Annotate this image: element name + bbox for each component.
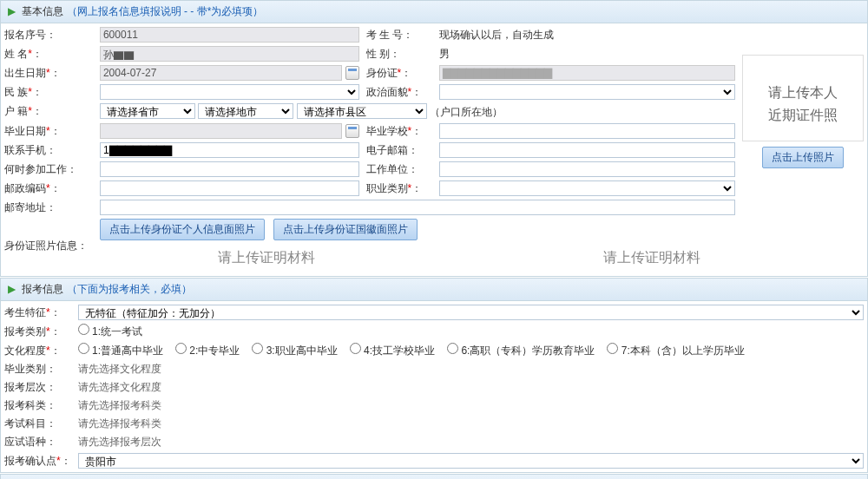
radio-whcd-1[interactable]: 1:普通高中毕业	[78, 344, 163, 357]
arrow-icon: ▶	[8, 283, 16, 295]
val-bmxh: 600011	[100, 27, 359, 43]
label-hscjgz: 何时参加工作：	[1, 160, 96, 179]
val-sfz: ▇▇▇▇▇▇▇▇▇▇▇▇▇▇	[439, 65, 735, 81]
arrow-icon: ▶	[8, 5, 16, 17]
label-yzbm: 邮政编码	[4, 182, 46, 194]
label-xm: 姓 名	[4, 48, 28, 60]
val-csrq: 2004-07-27	[100, 65, 342, 81]
exam-note: （下面为报考相关，必填）	[67, 283, 192, 295]
label-gzdw: 工作单位：	[363, 160, 437, 179]
hkszd-note: （户口所在地）	[430, 106, 503, 118]
radio-whcd-3[interactable]: 3:职业高中毕业	[252, 344, 337, 357]
photo-upload-area: 请上传本人 近期证件照	[742, 55, 864, 141]
basic-body: 报名序号： 600011 考 生 号： 现场确认以后，自动生成 请上传本人 近期…	[1, 23, 867, 276]
select-bkqrd[interactable]: 贵阳市	[78, 453, 864, 469]
exam-form: 考生特征*： 无特征（特征加分：无加分） 报考类别*： 1:统一考试 文化程度*…	[1, 303, 867, 470]
input-hscjgz[interactable]	[100, 161, 359, 177]
radio-whcd-5[interactable]: 6:高职（专科）学历教育毕业	[447, 344, 595, 357]
intent-header: ▶ 意向志愿 （考生可以直接输入符合条件的专业代码，也可点击"查询"按钮来选择专…	[1, 475, 867, 479]
input-byrq[interactable]	[100, 123, 343, 139]
intent-panel: ▶ 意向志愿 （考生可以直接输入符合条件的专业代码，也可点击"查询"按钮来选择专…	[0, 474, 868, 479]
label-byrq: 毕业日期	[4, 125, 46, 137]
label-bkkl: 报考科类：	[1, 397, 75, 415]
photo-hint-1: 请上传本人	[743, 82, 863, 104]
select-city[interactable]: 请选择地市	[198, 103, 293, 119]
input-yjdz[interactable]	[100, 200, 735, 215]
upload-id-front-button[interactable]: 点击上传身份证个人信息面照片	[100, 219, 265, 240]
id-back-drop: 请上传证明材料	[439, 244, 864, 272]
val-xb: 男	[439, 48, 450, 60]
radio-bklb-1[interactable]: 1:统一考试	[78, 325, 142, 338]
label-bmxh: 报名序号：	[1, 25, 96, 44]
exam-title: 报考信息	[22, 283, 63, 295]
photo-hint-2: 近期证件照	[743, 104, 863, 127]
val-ksh: 现场确认以后，自动生成	[439, 29, 554, 41]
hint-kskm: 请先选择报考科类	[75, 415, 867, 433]
label-bklb: 报考类别	[4, 325, 46, 338]
label-kstz: 考生特征	[4, 306, 46, 318]
input-yzbm[interactable]	[100, 180, 359, 196]
select-zzmm[interactable]	[439, 84, 735, 100]
input-dzyx[interactable]	[439, 142, 735, 158]
hint-yszz: 请先选择报考层次	[75, 433, 867, 451]
label-sfzzp: 身份证照片信息：	[1, 217, 96, 274]
hint-bkkl: 请先选择报考科类	[75, 397, 867, 415]
label-zylb: 职业类别	[366, 182, 408, 194]
label-bkcc: 报考层次：	[1, 378, 75, 397]
input-lxsj[interactable]	[100, 142, 359, 158]
label-hj: 户 籍	[4, 105, 28, 117]
label-mz: 民 族	[4, 86, 28, 98]
radio-whcd-2[interactable]: 2:中专毕业	[175, 344, 240, 357]
calendar-icon[interactable]	[345, 124, 358, 138]
label-kskm: 考试科目：	[1, 415, 75, 433]
select-mz[interactable]	[100, 84, 359, 100]
label-lxsj: 联系手机：	[1, 141, 96, 160]
calendar-icon[interactable]	[345, 66, 359, 80]
hint-bylb: 请先选择文化程度	[75, 360, 867, 378]
exam-info-panel: ▶ 报考信息 （下面为报考相关，必填） 考生特征*： 无特征（特征加分：无加分）…	[0, 278, 868, 473]
label-sfz: 身份证	[366, 67, 398, 79]
id-front-drop: 请上传证明材料	[100, 244, 432, 272]
whcd-options: 1:普通高中毕业 2:中专毕业 3:职业高中毕业 4:技工学校毕业 6:高职（专…	[75, 341, 867, 360]
label-whcd: 文化程度	[4, 344, 46, 357]
label-dzyx: 电子邮箱：	[363, 141, 437, 160]
select-county[interactable]: 请选择市县区	[297, 103, 427, 119]
basic-info-panel: ▶ 基本信息 （网上报名信息填报说明 - - 带*为必填项） 报名序号： 600…	[0, 0, 868, 277]
radio-whcd-4[interactable]: 4:技工学校毕业	[350, 344, 435, 357]
basic-info-header: ▶ 基本信息 （网上报名信息填报说明 - - 带*为必填项）	[1, 1, 867, 23]
input-byxx[interactable]	[439, 123, 735, 139]
val-xm: 孙▇▇	[100, 46, 359, 62]
exam-info-header: ▶ 报考信息 （下面为报考相关，必填）	[1, 279, 867, 301]
label-bylb: 毕业类别：	[1, 360, 75, 378]
upload-id-back-button[interactable]: 点击上传身份证国徽面照片	[273, 219, 418, 240]
basic-title: 基本信息	[22, 5, 63, 17]
label-yszz: 应试语种：	[1, 433, 75, 451]
select-kstz[interactable]: 无特征（特征加分：无加分）	[78, 305, 864, 320]
exam-body: 考生特征*： 无特征（特征加分：无加分） 报考类别*： 1:统一考试 文化程度*…	[1, 301, 867, 472]
label-zzmm: 政治面貌	[366, 86, 408, 98]
upload-photo-button[interactable]: 点击上传照片	[762, 147, 844, 168]
select-zylb[interactable]	[439, 180, 735, 196]
label-ksh: 考 生 号：	[363, 25, 437, 44]
label-bkqrd: 报考确认点	[4, 455, 56, 467]
label-yjdz: 邮寄地址：	[1, 198, 96, 217]
input-gzdw[interactable]	[439, 161, 735, 177]
basic-note: （网上报名信息填报说明 - - 带*为必填项）	[67, 5, 264, 17]
radio-whcd-6[interactable]: 7:本科（含）以上学历毕业	[607, 344, 744, 357]
label-csrq: 出生日期	[4, 67, 46, 79]
basic-form: 报名序号： 600011 考 生 号： 现场确认以后，自动生成 请上传本人 近期…	[1, 25, 867, 274]
label-xb: 性 别：	[363, 44, 437, 63]
select-province[interactable]: 请选择省市	[100, 103, 195, 119]
label-byxx: 毕业学校	[366, 125, 408, 137]
hint-bkcc: 请先选择文化程度	[75, 378, 867, 397]
